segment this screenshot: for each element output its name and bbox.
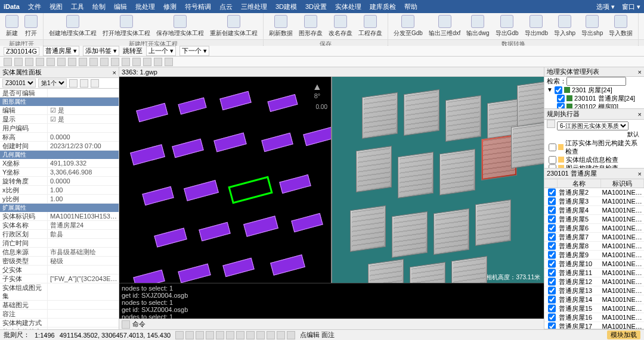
menu-编辑[interactable]: 编辑 — [114, 2, 127, 11]
layer-select[interactable]: Z30101 — [2, 79, 36, 88]
ribbon-改名存盘[interactable]: 改名存盘 — [326, 14, 355, 38]
prop-row[interactable]: 旋转角度0.0000 — [0, 177, 119, 186]
building-2d[interactable] — [199, 222, 230, 241]
ribbon-刷新数据[interactable]: 刷新数据 — [266, 14, 296, 38]
tool-icon[interactable] — [25, 58, 33, 66]
next-btn[interactable]: 下一个 ▾ — [179, 46, 209, 56]
prop-row[interactable]: 实体标识码MA1001NE103H15351422... — [0, 212, 119, 221]
building-2d[interactable] — [222, 258, 254, 277]
building-2d[interactable] — [228, 176, 273, 204]
rule-item[interactable]: 图元构建信息检查 — [544, 164, 644, 168]
tool-icon[interactable] — [4, 58, 12, 66]
building-3d[interactable] — [350, 205, 386, 252]
prop-row[interactable]: 父实体 — [0, 266, 119, 275]
menu-实体处理[interactable]: 实体处理 — [335, 2, 361, 11]
tool-icon[interactable] — [36, 58, 44, 66]
status-tool[interactable] — [246, 331, 255, 339]
menu-绘制[interactable]: 绘制 — [92, 2, 106, 11]
prop-row[interactable]: Y坐标3,306,646.908 — [0, 168, 119, 177]
prop-row[interactable]: 消亡时间 — [0, 239, 119, 248]
viewport-2d[interactable]: 8° 0.00 — [119, 77, 332, 283]
tool-icon[interactable] — [111, 58, 119, 66]
ribbon-页面设置[interactable]: 页面设置 — [641, 14, 644, 38]
building-3d[interactable] — [511, 122, 544, 169]
tool-icon[interactable] — [100, 58, 109, 66]
status-tool[interactable] — [216, 331, 224, 339]
menu-3D设置[interactable]: 3D设置 — [305, 2, 327, 11]
status-tool[interactable] — [206, 331, 214, 339]
close-icon[interactable]: × — [638, 68, 642, 76]
list-row[interactable]: 普通房屋11MA1001NE103H1535... — [544, 269, 644, 277]
prop-row[interactable]: x比例1.00 — [0, 186, 119, 195]
building-3d[interactable] — [517, 80, 544, 127]
tree-item[interactable]: 230102 棚房[0] — [544, 102, 644, 108]
ribbon-导入数据[interactable]: 导入数据 — [606, 14, 636, 38]
ribbon-输出dwg[interactable]: 输出dwg — [463, 14, 492, 38]
status-tool[interactable] — [185, 331, 194, 339]
building-3d[interactable] — [434, 208, 469, 255]
building-3d[interactable] — [368, 259, 404, 283]
ribbon-工程存盘[interactable]: 工程存盘 — [355, 14, 385, 38]
prop-row[interactable]: 实体构建方式 — [0, 319, 119, 327]
menu-文件[interactable]: 文件 — [28, 2, 41, 11]
rule-item[interactable]: 实体组成信息检查 — [544, 155, 644, 164]
menu-修测[interactable]: 修测 — [163, 2, 177, 11]
tool-icon[interactable] — [14, 58, 23, 66]
search-input[interactable] — [566, 77, 626, 86]
status-tool[interactable] — [175, 331, 184, 339]
menu-批处理[interactable]: 批处理 — [135, 2, 155, 11]
menu-帮助[interactable]: 帮助 — [404, 2, 417, 11]
building-3d[interactable] — [475, 199, 511, 246]
building-2d[interactable] — [267, 94, 298, 112]
status-tool[interactable] — [267, 331, 275, 339]
prop-row[interactable]: 基础图元 — [0, 301, 119, 310]
building-2d[interactable] — [303, 127, 332, 146]
building-2d[interactable] — [178, 264, 210, 283]
ribbon-打开[interactable]: 打开 — [21, 14, 41, 38]
tool-icon[interactable] — [132, 58, 141, 66]
layer-id[interactable]: Z301014G — [4, 47, 39, 55]
prev-btn[interactable]: 上一个 ▾ — [146, 46, 176, 56]
tree-item[interactable]: ▼2301 房屋[24] — [544, 86, 644, 94]
status-tool[interactable] — [226, 331, 234, 339]
menu-3D建模[interactable]: 3D建模 — [275, 2, 297, 11]
building-2d[interactable] — [178, 97, 206, 114]
menu-工具[interactable]: 工具 — [71, 2, 84, 11]
building-2d[interactable] — [279, 174, 311, 194]
prop-row[interactable]: 子实体["FW_A"]("{3C2043E0-2897-... — [0, 275, 119, 283]
prop-row[interactable]: y比例1.00 — [0, 195, 119, 204]
ribbon-新建[interactable]: 新建 — [2, 14, 21, 38]
tool-icon[interactable] — [143, 58, 151, 66]
building-2d[interactable] — [136, 103, 168, 122]
tool-icon[interactable] — [154, 58, 162, 66]
menu-点云[interactable]: 点云 — [219, 2, 233, 11]
status-tool[interactable] — [256, 331, 265, 339]
prop-row[interactable]: 行政区划歙县 — [0, 230, 119, 239]
prop-row[interactable]: 显示☑ 是 — [0, 115, 119, 124]
close-icon[interactable]: × — [638, 111, 642, 118]
menu-视图[interactable]: 视图 — [49, 2, 63, 11]
prop-row[interactable]: 编辑☑ 是 — [0, 106, 119, 115]
building-3d[interactable] — [356, 146, 392, 192]
rules-select[interactable]: 6-江苏图元实体关系质检 ▾ — [557, 121, 628, 130]
building-2d[interactable] — [184, 180, 219, 201]
fwd-btn[interactable] — [91, 79, 99, 88]
list-row[interactable]: 普通房屋16MA1001NE103H1535... — [544, 313, 644, 322]
ribbon-导出shp[interactable]: 导出shp — [578, 14, 606, 38]
prop-row[interactable]: 密级类型秘级 — [0, 257, 119, 266]
list-row[interactable]: 普通房屋17MA1001NE103H1535... — [544, 322, 644, 329]
tool-icon[interactable] — [57, 58, 66, 66]
building-2d[interactable] — [213, 133, 246, 152]
building-2d[interactable] — [130, 144, 165, 165]
refresh-btn[interactable] — [69, 79, 78, 88]
viewport-tab[interactable]: 3363: 1.gwp — [122, 68, 157, 76]
building-2d[interactable] — [243, 216, 278, 236]
add-bookmark[interactable]: 添加书签 ▾ — [83, 46, 119, 56]
prop-row[interactable]: 实体名称普通房屋24 — [0, 221, 119, 230]
menu-建库质检[interactable]: 建库质检 — [370, 2, 396, 11]
tool-icon[interactable] — [79, 58, 87, 66]
building-2d[interactable] — [219, 91, 251, 110]
rule-item[interactable]: 江苏实体与图元构建关系检查 — [544, 139, 644, 155]
building-3d[interactable] — [398, 152, 434, 198]
building-2d[interactable] — [172, 139, 203, 158]
